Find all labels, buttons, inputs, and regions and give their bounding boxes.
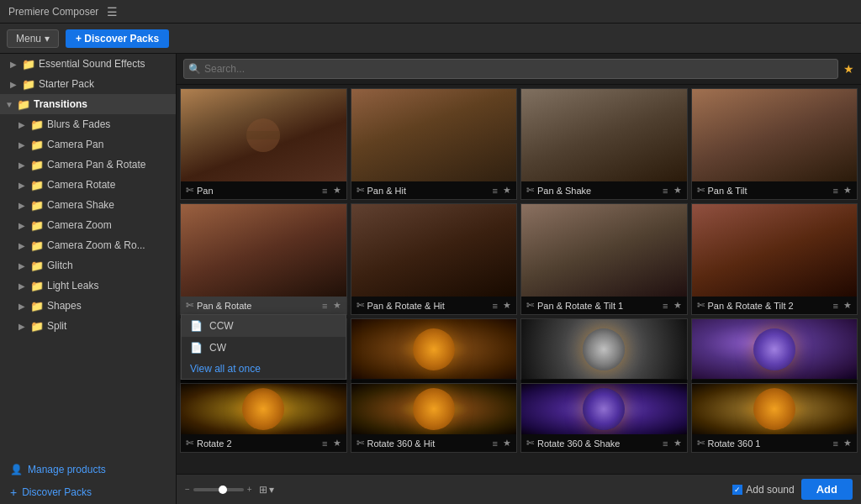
sidebar-item-camera-zoom[interactable]: ▶ Camera Zoom (0, 215, 176, 235)
star-filter-icon[interactable]: ★ (843, 62, 854, 76)
grid-item-rotate360-hit[interactable]: ✄ Rotate 360 & Hit ≡ ★ (351, 383, 518, 453)
grid-item-rotate-shake[interactable]: ✄ Rotate & Shake ≡ ★ (351, 318, 518, 380)
menu-icon[interactable]: ≡ (322, 186, 327, 196)
sidebar-item-camera-zoom-ro[interactable]: ▶ Camera Zoom & Ro... (0, 235, 176, 255)
grid-item-pan-rotate-tilt1[interactable]: ✄ Pan & Rotate & Tilt 1 ≡ ★ (520, 203, 688, 315)
menu-icon[interactable]: ≡ (493, 438, 498, 449)
discover-packs-link[interactable]: + Discover Packs (0, 480, 176, 504)
star-icon[interactable]: ★ (673, 300, 682, 311)
star-icon[interactable]: ★ (503, 185, 511, 196)
zoom-slider[interactable]: − + (185, 485, 252, 494)
clip-icon: ✄ (697, 438, 705, 449)
sidebar: ▶ Essential Sound Effects ▶ Starter Pack… (0, 54, 177, 504)
slider-track[interactable] (193, 488, 244, 491)
sidebar-item-camera-pan[interactable]: ▶ Camera Pan (0, 134, 176, 155)
clip-icon: ✄ (697, 185, 705, 196)
thumbnail (521, 89, 687, 181)
grid-item-pan-rotate[interactable]: ✄ Pan & Rotate ≡ ★ 📄 CCW 📄 (180, 203, 347, 315)
grid-item-pan-hit[interactable]: ✄ Pan & Hit ≡ ★ (351, 88, 518, 200)
star-icon[interactable]: ★ (843, 438, 852, 449)
sidebar-item-blurs-fades[interactable]: ▶ Blurs & Fades (0, 114, 176, 134)
thumbnail (692, 204, 858, 297)
search-input[interactable] (183, 59, 838, 79)
thumbnail (521, 204, 687, 297)
menu-icon[interactable]: ≡ (833, 186, 838, 196)
menu-icon[interactable]: ≡ (322, 301, 327, 311)
slider-thumb[interactable] (219, 486, 227, 494)
search-wrapper: 🔍 (183, 59, 838, 79)
menu-icon[interactable]: ≡ (833, 438, 838, 449)
menu-icon[interactable]: ≡ (493, 301, 498, 311)
grid-item-pan-rotate-tilt2[interactable]: ✄ Pan & Rotate & Tilt 2 ≡ ★ (691, 203, 858, 315)
grid-item-rotate1[interactable]: ✄ Rotate 1 ≡ ★ (691, 318, 858, 380)
grid-item-rotate-tilt[interactable]: ✄ Rotate & Tilt ≡ ★ (520, 318, 688, 380)
discover-packs-button[interactable]: + Discover Packs (66, 29, 169, 48)
manage-products-link[interactable]: 👤 Manage products (0, 459, 176, 480)
dropdown-option-cw[interactable]: 📄 CW (182, 337, 346, 359)
sidebar-item-split[interactable]: ▶ Split (0, 316, 176, 336)
menu-icon[interactable]: ≡ (833, 301, 838, 311)
sidebar-item-light-leaks[interactable]: ▶ Light Leaks (0, 276, 176, 296)
grid-item-rotate360-shake[interactable]: ✄ Rotate 360 & Shake ≡ ★ (520, 383, 688, 453)
arrow-icon: ▶ (18, 221, 27, 230)
folder-icon (22, 58, 35, 70)
doc-icon: 📄 (190, 320, 203, 332)
sidebar-item-transitions[interactable]: ▼ Transitions (0, 94, 176, 114)
star-icon[interactable]: ★ (503, 300, 511, 311)
titlebar: Premiere Composer ☰ (0, 0, 861, 24)
grid-item-rotate360-1[interactable]: ✄ Rotate 360 1 ≡ ★ (691, 383, 858, 453)
sidebar-item-label: Glitch (47, 260, 73, 271)
folder-icon (30, 199, 44, 211)
grid-item-rotate2[interactable]: ✄ Rotate 2 ≡ ★ (180, 383, 347, 453)
app-title: Premiere Composer (8, 6, 98, 18)
menu-icon[interactable]: ≡ (663, 186, 668, 196)
sidebar-item-label: Essential Sound Effects (39, 58, 145, 70)
menu-icon[interactable]: ≡ (493, 186, 498, 196)
star-icon[interactable]: ★ (673, 438, 682, 449)
menu-icon[interactable]: ≡ (322, 438, 327, 449)
add-button[interactable]: Add (801, 479, 853, 500)
sidebar-item-camera-pan-rotate[interactable]: ▶ Camera Pan & Rotate (0, 155, 176, 175)
sidebar-item-glitch[interactable]: ▶ Glitch (0, 255, 176, 276)
search-bar: 🔍 ★ (177, 54, 861, 85)
star-icon[interactable]: ★ (333, 185, 341, 196)
star-icon[interactable]: ★ (843, 300, 852, 311)
clip-icon: ✄ (357, 438, 364, 449)
view-all-link[interactable]: View all at once (182, 359, 346, 379)
sidebar-item-essential-sound[interactable]: ▶ Essential Sound Effects (0, 54, 176, 74)
add-sound-checkbox-group[interactable]: ✓ Add sound (732, 484, 794, 496)
thumbnail (181, 204, 346, 297)
grid-item-pan[interactable]: ✄ Pan ≡ ★ (180, 88, 347, 200)
menu-icon[interactable]: ≡ (663, 301, 668, 311)
star-icon[interactable]: ★ (333, 438, 341, 449)
grid-item-pan-tilt[interactable]: ✄ Pan & Tilt ≡ ★ (691, 88, 858, 200)
item-label: Pan & Rotate & Tilt 2 (708, 301, 794, 311)
thumbnail (692, 319, 858, 379)
folder-icon (30, 219, 44, 231)
star-icon[interactable]: ★ (503, 438, 511, 449)
sidebar-item-camera-rotate[interactable]: ▶ Camera Rotate (0, 175, 176, 195)
star-icon[interactable]: ★ (673, 185, 682, 196)
item-label: Pan & Rotate (197, 301, 251, 311)
menu-button[interactable]: Menu ▾ (7, 29, 59, 48)
clip-icon: ✄ (186, 438, 193, 449)
zoom-out-icon: − (185, 485, 190, 494)
view-options[interactable]: ⊞ ▾ (259, 484, 274, 496)
item-label: Rotate 360 & Shake (537, 438, 620, 449)
sidebar-item-camera-shake[interactable]: ▶ Camera Shake (0, 195, 176, 215)
menu-icon[interactable]: ≡ (663, 438, 668, 449)
dropdown-option-ccw[interactable]: 📄 CCW (182, 315, 346, 337)
add-sound-checkbox[interactable]: ✓ (732, 485, 742, 495)
star-icon[interactable]: ★ (843, 185, 852, 196)
sidebar-item-label: Camera Shake (47, 199, 114, 211)
item-label: Rotate 360 1 (708, 438, 761, 449)
sidebar-item-shapes[interactable]: ▶ Shapes (0, 296, 176, 316)
chevron-down-icon: ▾ (45, 33, 50, 45)
grid-item-pan-shake[interactable]: ✄ Pan & Shake ≡ ★ (520, 88, 688, 200)
sidebar-item-starter-pack[interactable]: ▶ Starter Pack (0, 74, 176, 94)
star-icon[interactable]: ★ (333, 300, 341, 311)
grid-item-pan-rotate-hit[interactable]: ✄ Pan & Rotate & Hit ≡ ★ (351, 203, 518, 315)
thumbnail (351, 89, 517, 181)
plus-icon: + (10, 486, 17, 499)
sidebar-item-label: Blurs & Fades (47, 118, 110, 130)
